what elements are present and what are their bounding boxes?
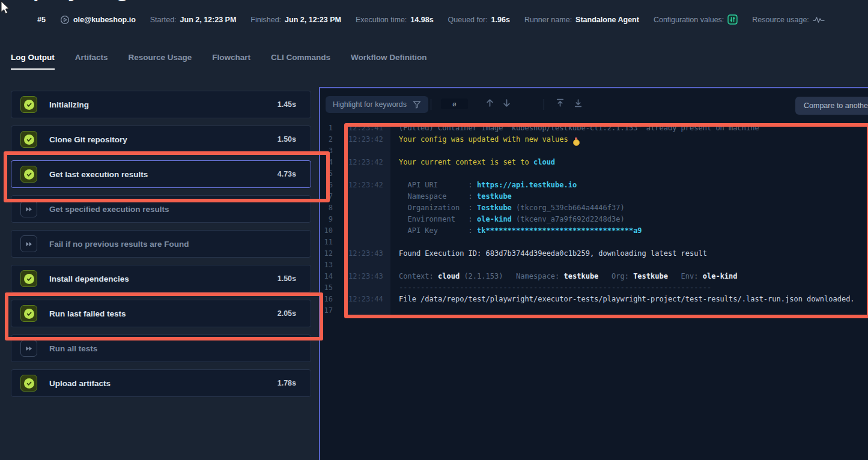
filter-funnel-icon (413, 101, 421, 109)
arrow-up-icon (485, 98, 494, 107)
line-number: 11 (320, 237, 333, 248)
line-content: API URI : https://api.testkube.io (399, 180, 577, 191)
log-text-segment: Org: (598, 272, 633, 280)
log-line: 15--------------------------------------… (320, 282, 868, 294)
tab-workflow-definition[interactable]: Workflow Definition (351, 53, 427, 70)
next-match-button[interactable] (501, 97, 512, 110)
status-passed-icon (20, 375, 37, 392)
step-item-initializing[interactable]: Initializing1.45s (11, 91, 311, 118)
compare-execution-button[interactable]: Compare to another exe (795, 97, 868, 115)
previous-match-button[interactable] (484, 97, 496, 110)
check-icon (24, 135, 34, 145)
meta-label: Started: (150, 16, 177, 24)
step-list: Initializing1.45sClone Git repository1.5… (11, 91, 311, 404)
meta-label: Resource usage: (752, 16, 809, 24)
log-text-segment: cloud (533, 158, 555, 166)
line-timestamp (345, 145, 390, 157)
log-text-segment: File /data/repo/test/playwright/executor… (399, 295, 855, 303)
tab-flowchart[interactable]: Flowchart (212, 53, 250, 70)
log-line: 612:23:42 API URI : https://api.testkube… (320, 180, 868, 191)
meta-configuration-values[interactable]: Configuration values: (654, 14, 738, 25)
step-duration: 1.45s (278, 100, 296, 109)
tab-log-output[interactable]: Log Output (11, 53, 55, 70)
step-label: Run last failed tests (49, 309, 126, 318)
log-line: 7 Namespace : testkube (320, 191, 868, 202)
step-item-get-specified-execution-results[interactable]: Get specified execution results (11, 195, 311, 223)
line-timestamp (345, 168, 390, 180)
step-duration: 1.50s (278, 135, 296, 144)
tab-resource-usage[interactable]: Resource Usage (129, 53, 192, 70)
status-passed-icon (20, 96, 37, 113)
log-line: 13 (320, 259, 868, 271)
scroll-to-bottom-button[interactable] (572, 97, 584, 110)
log-text-segment: Your current context is set to (399, 158, 533, 166)
meta-execution-number: #5 (37, 16, 46, 24)
line-content: Found Execution ID: 683d7b3744d39eeda0c1… (399, 248, 707, 259)
status-skipped-icon (20, 201, 37, 217)
log-text-segment: cloud (438, 272, 460, 280)
log-text-segment: Your config was updated with new values (399, 135, 572, 144)
line-number: 5 (320, 168, 333, 180)
line-content: Organization : Testkube (tkcorg_539cb664… (399, 202, 625, 214)
line-number: 12 (320, 248, 333, 259)
line-timestamp: 12:23:42 (345, 157, 390, 168)
step-label: Run all tests (49, 344, 97, 353)
meta-started: Started:Jun 2, 12:23 PM (150, 16, 237, 24)
line-content: Your current context is set to cloud (399, 157, 555, 168)
step-item-fail-if-no-previous-results-are-found[interactable]: Fail if no previous results are Found (11, 230, 311, 258)
log-text-segment: Found Execution ID: 683d7b3744d39eeda0c1… (399, 249, 707, 258)
scroll-to-top-button[interactable] (554, 97, 566, 110)
line-number: 10 (320, 225, 333, 237)
check-icon (24, 309, 34, 319)
line-timestamp (345, 191, 390, 202)
meta-queued-for: Queued for:1.96s (448, 16, 510, 24)
line-content: File /data/repo/test/playwright/executor… (399, 294, 855, 305)
line-number: 9 (320, 214, 333, 225)
status-skipped-icon (20, 340, 37, 357)
step-item-upload-artifacts[interactable]: Upload artifacts1.78s (11, 369, 311, 397)
meta-value: Standalone Agent (575, 16, 639, 24)
log-toolbar: Highlight for keywords ø (320, 88, 868, 116)
status-passed-icon (20, 131, 37, 148)
log-line: 212:23:42Your config was updated with ne… (320, 134, 868, 145)
meta-runner-name: Runner name:Standalone Agent (524, 16, 639, 24)
line-number: 16 (320, 294, 333, 305)
step-duration: 1.50s (278, 274, 296, 283)
log-text-segment: ole-kind (703, 272, 738, 280)
line-timestamp (345, 282, 390, 294)
meta-value: Jun 2, 12:23 PM (285, 16, 341, 24)
line-timestamp: 12:23:43 (345, 248, 390, 259)
medal-emoji: 🏅 (572, 138, 580, 146)
line-timestamp (345, 305, 390, 316)
tab-artifacts[interactable]: Artifacts (75, 53, 108, 70)
log-text-segment: Namespace : (399, 192, 477, 201)
tab-cli-commands[interactable]: CLI Commands (271, 53, 330, 70)
step-item-run-all-tests[interactable]: Run all tests (11, 334, 311, 362)
status-passed-icon (20, 305, 37, 322)
line-number: 7 (320, 191, 333, 202)
step-item-clone-git-repository[interactable]: Clone Git repository1.50s (11, 126, 311, 153)
meta-value: 1.96s (491, 16, 510, 24)
line-number: 13 (320, 259, 333, 271)
step-label: Upload artifacts (49, 379, 111, 388)
highlight-keywords-dropdown[interactable]: Highlight for keywords (326, 96, 428, 113)
check-icon (24, 378, 34, 389)
step-item-run-last-failed-tests[interactable]: Run last failed tests2.05s (11, 300, 311, 327)
line-timestamp (345, 237, 390, 248)
line-number: 17 (320, 305, 333, 316)
log-text-segment: Testkube (633, 272, 668, 280)
log-text-segment: API Key : (399, 226, 477, 235)
line-timestamp: 12:23:42 (345, 180, 390, 191)
meta-label: Queued for: (448, 16, 488, 24)
status-passed-icon (20, 166, 37, 183)
step-item-install-dependencies[interactable]: Install dependencies1.50s (11, 265, 311, 292)
line-number: 3 (320, 145, 333, 157)
line-timestamp: 12:23:44 (345, 294, 390, 305)
step-duration: 4.73s (278, 170, 296, 178)
line-timestamp: 12:23:43 (345, 271, 390, 282)
step-item-get-last-execution-results[interactable]: Get last execution results4.73s (11, 160, 311, 188)
meta-execution-time: Execution time:14.98s (356, 16, 434, 24)
meta-resource-usage[interactable]: Resource usage: (752, 16, 825, 24)
tab-bar: Log OutputArtifactsResource UsageFlowcha… (11, 53, 427, 70)
line-content: (Pulled) Container image "kubeshop/testk… (399, 123, 759, 134)
